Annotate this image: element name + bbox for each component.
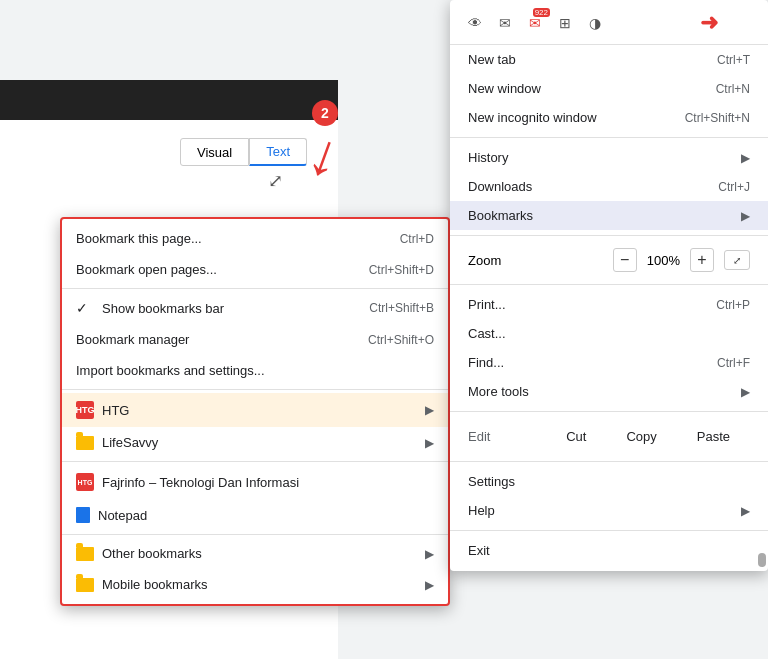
scrollbar[interactable] <box>758 553 766 567</box>
bm-bookmark-page[interactable]: Bookmark this page... Ctrl+D <box>62 223 448 254</box>
menu-incognito[interactable]: New incognito window Ctrl+Shift+N <box>450 103 768 132</box>
bm-other-bookmarks[interactable]: Other bookmarks ▶ <box>62 538 448 569</box>
menu-incognito-shortcut: Ctrl+Shift+N <box>685 111 750 125</box>
tab-text[interactable]: Text <box>249 138 307 166</box>
zoom-fullscreen-button[interactable]: ⤢ <box>724 250 750 270</box>
zoom-plus-button[interactable]: + <box>690 248 714 272</box>
menu-history-label: History <box>468 150 508 165</box>
menu-arc-icon[interactable]: ◑ <box>584 12 606 34</box>
menu-help-arrow: ▶ <box>741 504 750 518</box>
bm-bookmark-pages-shortcut: Ctrl+Shift+D <box>369 263 434 277</box>
bm-divider-2 <box>62 389 448 390</box>
zoom-minus-button[interactable]: − <box>613 248 637 272</box>
content-black-bar <box>0 80 338 120</box>
menu-divider-2 <box>450 235 768 236</box>
bm-lifesavvy-label: LifeSavvy <box>102 435 158 450</box>
zoom-controls: − 100% + ⤢ <box>613 248 750 272</box>
menu-envelope-icon[interactable]: ✉ <box>494 12 516 34</box>
notepad-icon <box>76 507 90 523</box>
bookmarks-submenu: Bookmark this page... Ctrl+D Bookmark op… <box>60 217 450 606</box>
bm-lifesavvy-folder[interactable]: LifeSavvy ▶ <box>62 427 448 458</box>
menu-bookmarks-arrow: ▶ <box>741 209 750 223</box>
menu-edit-label: Edit <box>468 429 546 444</box>
checkmark-icon: ✓ <box>76 300 88 316</box>
bm-show-bar-shortcut: Ctrl+Shift+B <box>369 301 434 315</box>
menu-print-label: Print... <box>468 297 506 312</box>
menu-cast-label: Cast... <box>468 326 506 341</box>
bm-notepad[interactable]: Notepad <box>62 499 448 531</box>
menu-help[interactable]: Help ▶ <box>450 496 768 525</box>
bm-mobile-bookmarks[interactable]: Mobile bookmarks ▶ <box>62 569 448 600</box>
bm-mobile-arrow: ▶ <box>425 578 434 592</box>
menu-edit-row: Edit Cut Copy Paste <box>450 417 768 456</box>
menu-eye-icon[interactable]: 👁 <box>464 12 486 34</box>
bm-htg-folder[interactable]: HTG HTG ▶ <box>62 393 448 427</box>
menu-history[interactable]: History ▶ <box>450 143 768 172</box>
bm-import-label: Import bookmarks and settings... <box>76 363 265 378</box>
menu-divider-6 <box>450 530 768 531</box>
menu-more-tools-arrow: ▶ <box>741 385 750 399</box>
editor-tabs: Visual Text <box>180 138 307 166</box>
menu-cast[interactable]: Cast... <box>450 319 768 348</box>
bm-bookmark-page-label: Bookmark this page... <box>76 231 202 246</box>
menu-grid-icon[interactable]: ⊞ <box>554 12 576 34</box>
htg-icon: HTG <box>76 401 94 419</box>
bm-fajrinfo[interactable]: HTG Fajrinfo – Teknologi Dan Informasi <box>62 465 448 499</box>
menu-exit-label: Exit <box>468 543 490 558</box>
bm-show-bar[interactable]: ✓ Show bookmarks bar Ctrl+Shift+B <box>62 292 448 324</box>
menu-settings-label: Settings <box>468 474 515 489</box>
bm-other-label: Other bookmarks <box>102 546 202 561</box>
bm-import[interactable]: Import bookmarks and settings... <box>62 355 448 386</box>
menu-exit[interactable]: Exit <box>450 536 768 565</box>
menu-mail-badge: 922 <box>533 8 550 17</box>
menu-new-window-shortcut: Ctrl+N <box>716 82 750 96</box>
menu-bookmarks-label: Bookmarks <box>468 208 533 223</box>
menu-paste-button[interactable]: Paste <box>677 424 750 449</box>
menu-divider-5 <box>450 461 768 462</box>
bm-other-arrow: ▶ <box>425 547 434 561</box>
menu-find-label: Find... <box>468 355 504 370</box>
menu-downloads[interactable]: Downloads Ctrl+J <box>450 172 768 201</box>
bm-bookmark-pages-label: Bookmark open pages... <box>76 262 217 277</box>
bm-htg-arrow: ▶ <box>425 403 434 417</box>
fajrinfo-icon: HTG <box>76 473 94 491</box>
menu-bookmarks[interactable]: Bookmarks ▶ <box>450 201 768 230</box>
bm-bookmark-page-shortcut: Ctrl+D <box>400 232 434 246</box>
bm-htg-label: HTG <box>102 403 129 418</box>
menu-zoom-row: Zoom − 100% + ⤢ <box>450 241 768 279</box>
mobile-bm-folder-icon <box>76 578 94 592</box>
menu-divider-1 <box>450 137 768 138</box>
menu-print-shortcut: Ctrl+P <box>716 298 750 312</box>
bm-manager-shortcut: Ctrl+Shift+O <box>368 333 434 347</box>
expand-icon[interactable]: ⤢ <box>268 170 283 192</box>
menu-new-window[interactable]: New window Ctrl+N <box>450 74 768 103</box>
menu-help-label: Help <box>468 503 495 518</box>
menu-mail-icon[interactable]: ✉ 922 <box>524 12 546 34</box>
bm-divider-4 <box>62 534 448 535</box>
menu-settings[interactable]: Settings <box>450 467 768 496</box>
menu-downloads-label: Downloads <box>468 179 532 194</box>
bm-lifesavvy-arrow: ▶ <box>425 436 434 450</box>
menu-zoom-label: Zoom <box>468 253 501 268</box>
chrome-context-menu: 👁 ✉ ✉ 922 ⊞ ◑ New tab Ctrl+T New window … <box>450 0 768 571</box>
folder-icon <box>76 436 94 450</box>
menu-print[interactable]: Print... Ctrl+P <box>450 290 768 319</box>
bm-show-bar-label: Show bookmarks bar <box>102 301 224 316</box>
bm-manager-label: Bookmark manager <box>76 332 189 347</box>
menu-new-tab-shortcut: Ctrl+T <box>717 53 750 67</box>
menu-incognito-label: New incognito window <box>468 110 597 125</box>
menu-more-tools-label: More tools <box>468 384 529 399</box>
step-2-badge: 2 <box>312 100 338 126</box>
menu-copy-button[interactable]: Copy <box>606 424 676 449</box>
bm-bookmark-pages[interactable]: Bookmark open pages... Ctrl+Shift+D <box>62 254 448 285</box>
tab-visual[interactable]: Visual <box>180 138 249 166</box>
menu-find[interactable]: Find... Ctrl+F <box>450 348 768 377</box>
menu-divider-3 <box>450 284 768 285</box>
other-bm-folder-icon <box>76 547 94 561</box>
bm-manager[interactable]: Bookmark manager Ctrl+Shift+O <box>62 324 448 355</box>
menu-more-tools[interactable]: More tools ▶ <box>450 377 768 406</box>
menu-cut-button[interactable]: Cut <box>546 424 606 449</box>
bm-divider-3 <box>62 461 448 462</box>
bm-mobile-label: Mobile bookmarks <box>102 577 208 592</box>
menu-new-tab[interactable]: New tab Ctrl+T <box>450 45 768 74</box>
